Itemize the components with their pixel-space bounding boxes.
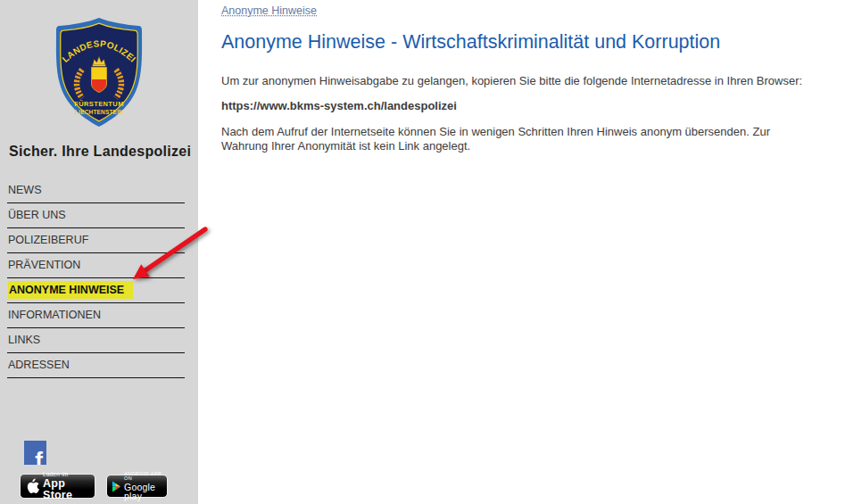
badge-country-line1: FÜRSTENTUM — [74, 100, 124, 108]
apple-icon — [27, 478, 39, 494]
note-paragraph: Nach dem Aufruf der Internetseite können… — [221, 125, 783, 154]
landespolizei-badge-icon: LANDESPOLIZEI FÜRSTENTUM LIECHTENSTEIN — [53, 16, 145, 128]
page-title: Anonyme Hinweise - Wirtschaftskriminalit… — [221, 31, 827, 54]
appstore-big-label: App Store — [43, 478, 95, 500]
sidebar-item-anonyme-hinweise[interactable]: ANONYME HINWEISE — [7, 278, 185, 303]
googleplay-small-label: ANDROID APP ON — [124, 472, 167, 482]
sidebar-tagline: Sicher. Ihre Landespolizei — [9, 144, 198, 160]
appstore-badge[interactable]: Laden im App Store — [20, 474, 95, 499]
facebook-icon[interactable]: f — [24, 441, 46, 465]
badge-country-line2: LIECHTENSTEIN — [75, 108, 123, 116]
main-content: Anonyme Hinweise Anonyme Hinweise - Wirt… — [198, 0, 845, 154]
sidebar-nav: NEWS ÜBER UNS POLIZEIBERUF PRÄVENTION AN… — [7, 178, 185, 378]
sidebar-item-praevention[interactable]: PRÄVENTION — [7, 253, 185, 278]
googleplay-badge[interactable]: ANDROID APP ON Google play — [106, 475, 168, 498]
intro-paragraph: Um zur anonymen Hinweisabgabe zu gelange… — [221, 74, 827, 87]
sidebar-item-polizeiberuf[interactable]: POLIZEIBERUF — [7, 228, 185, 253]
sidebar: LANDESPOLIZEI FÜRSTENTUM LIECHTENSTEIN S… — [0, 0, 198, 504]
bkms-url-text: https://www.bkms-system.ch/landespolizei — [221, 99, 827, 112]
play-triangle-icon — [112, 481, 120, 492]
police-badge-wrap: LANDESPOLIZEI FÜRSTENTUM LIECHTENSTEIN — [0, 0, 198, 132]
sidebar-item-adressen[interactable]: ADRESSEN — [7, 353, 185, 378]
sidebar-item-informationen[interactable]: INFORMATIONEN — [7, 303, 185, 328]
breadcrumb-link[interactable]: Anonyme Hinweise — [221, 4, 317, 17]
sidebar-item-news[interactable]: NEWS — [7, 178, 185, 203]
googleplay-big-label: Google play — [124, 483, 167, 501]
sidebar-item-links[interactable]: LINKS — [7, 328, 185, 353]
sidebar-item-ueber-uns[interactable]: ÜBER UNS — [7, 203, 185, 228]
